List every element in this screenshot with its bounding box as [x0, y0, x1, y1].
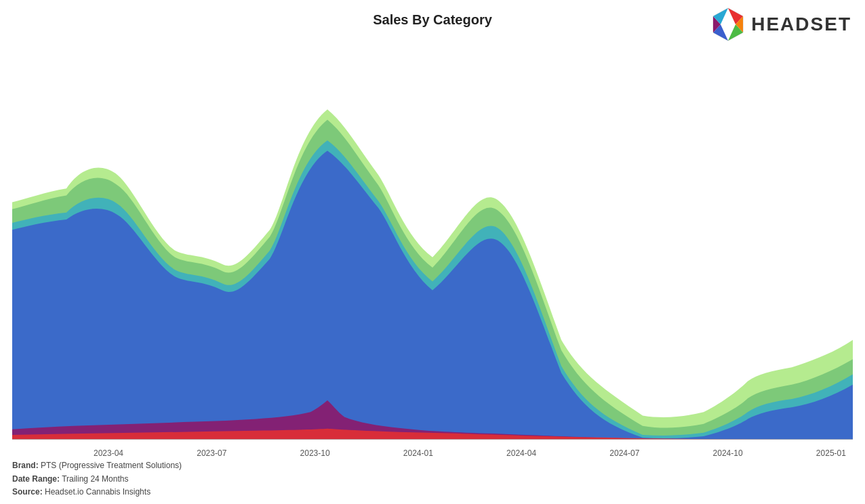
x-label-4: 2024-04: [506, 448, 536, 458]
chart-svg: [12, 44, 853, 440]
chart-title: Sales By Category: [0, 12, 865, 28]
x-label-2: 2023-10: [300, 448, 330, 458]
footer-date: Date Range: Trailing 24 Months: [12, 473, 182, 486]
footer-info: Brand: PTS (Progressive Treatment Soluti…: [12, 459, 182, 499]
footer-brand-value: PTS (Progressive Treatment Solutions): [41, 461, 182, 470]
footer-brand: Brand: PTS (Progressive Treatment Soluti…: [12, 459, 182, 472]
footer-date-label: Date Range:: [12, 474, 60, 484]
chart-area: [12, 44, 853, 440]
page-container: HEADSET Sales By Category Capsules Conce…: [0, 0, 865, 504]
x-label-0: 2023-04: [94, 448, 123, 458]
x-label-3: 2024-01: [403, 448, 433, 458]
footer-brand-label: Brand:: [12, 461, 39, 470]
footer-source-value: Headset.io Cannabis Insights: [45, 487, 150, 497]
x-label-5: 2024-07: [609, 448, 639, 458]
footer-date-value: Trailing 24 Months: [62, 474, 128, 484]
x-label-1: 2023-07: [197, 448, 226, 458]
x-label-7: 2025-01: [816, 448, 846, 458]
footer-source-label: Source:: [12, 487, 43, 497]
x-label-6: 2024-10: [713, 448, 743, 458]
footer-source: Source: Headset.io Cannabis Insights: [12, 486, 182, 499]
x-axis-labels: 2023-04 2023-07 2023-10 2024-01 2024-04 …: [12, 448, 853, 458]
